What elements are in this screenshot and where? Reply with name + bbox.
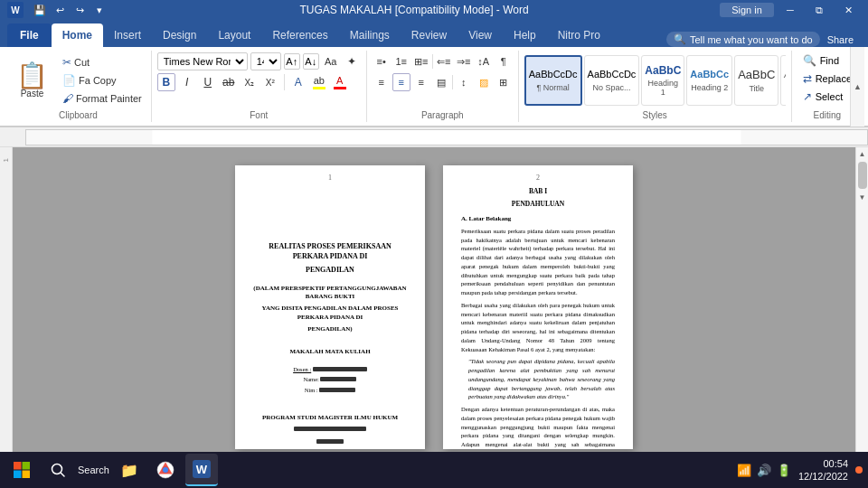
start-button[interactable] (5, 454, 38, 486)
close-button[interactable]: ✕ (835, 3, 861, 17)
replace-button[interactable]: ⇄ Replace (797, 70, 857, 87)
find-label: Find (820, 55, 839, 66)
clipboard-group-label: Clipboard (11, 108, 146, 120)
strikethrough-button[interactable]: ab (220, 73, 238, 91)
copy-button[interactable]: 📄 Fa Copy (59, 72, 146, 89)
increase-indent-button[interactable]: ⇒≡ (455, 52, 473, 70)
network-icon[interactable]: 📶 (737, 464, 751, 477)
font-family-select[interactable]: Times New Ror (157, 52, 248, 70)
style-title[interactable]: AaBbC Title (734, 55, 778, 106)
align-left-button[interactable]: ≡ (373, 73, 391, 91)
quote: "Tidak seorang pun dapat dipidana pidana… (468, 357, 615, 401)
file-explorer-button[interactable]: 📁 (113, 454, 146, 486)
subscript-button[interactable]: X₂ (241, 73, 259, 91)
style-subtitle[interactable]: AaBbCcD Subtitle (780, 55, 785, 106)
tab-design[interactable]: Design (152, 23, 207, 47)
page-1: 1 REALITAS PROSES PEMERIKSAAN PERKARA PI… (235, 165, 425, 449)
svg-rect-1 (153, 130, 741, 145)
tab-home[interactable]: Home (52, 23, 103, 47)
format-painter-icon: 🖌 (62, 92, 73, 105)
superscript-button[interactable]: X² (261, 73, 279, 91)
sort-button[interactable]: ↕A (475, 52, 493, 70)
bullets-button[interactable]: ≡• (373, 52, 391, 70)
tab-layout[interactable]: Layout (207, 23, 261, 47)
document-pages[interactable]: 1 REALITAS PROSES PEMERIKSAAN PERKARA PI… (13, 147, 855, 467)
customize-qa-button[interactable]: ▾ (90, 3, 108, 17)
page-1-subtitle3: PENGADILAN) (253, 325, 407, 334)
chrome-button[interactable] (149, 454, 182, 486)
tab-mailings[interactable]: Mailings (339, 23, 401, 47)
restore-button[interactable]: ⧉ (807, 3, 832, 17)
scroll-down-button[interactable]: ▼ (856, 191, 869, 203)
tell-me-input[interactable]: 🔍 Tell me what you want to do (666, 32, 820, 47)
font-row-2: B I U ab X₂ X² A ab (157, 73, 361, 91)
clear-formatting-button[interactable]: ✦ (343, 52, 361, 70)
notification-indicator[interactable] (855, 466, 863, 474)
tab-file[interactable]: File (7, 23, 52, 47)
format-painter-button[interactable]: 🖌 Format Painter (59, 90, 146, 107)
page-1-title2: PENGADILAN (253, 265, 407, 275)
multilevel-button[interactable]: ⊞≡ (412, 52, 430, 70)
paste-button[interactable]: 📋 Paste (11, 52, 53, 108)
select-label: Select (816, 91, 844, 102)
font-group-label: Font (157, 108, 361, 120)
find-button[interactable]: 🔍 Find (797, 52, 857, 69)
clipboard-content: 📋 Paste ✂ Cut 📄 Fa Copy 🖌 (11, 52, 146, 108)
italic-button[interactable]: I (178, 73, 196, 91)
vertical-scrollbar[interactable]: ▲ ▼ (855, 147, 868, 467)
tab-view[interactable]: View (458, 23, 503, 47)
ruler (25, 129, 868, 145)
save-button[interactable]: 💾 (31, 3, 49, 17)
clock[interactable]: 00:54 12/12/2022 (798, 457, 848, 483)
search-taskbar-label[interactable]: Search (78, 465, 109, 475)
tab-references[interactable]: References (261, 23, 338, 47)
makalah-label: MAKALAH MATA KULIAH (253, 348, 407, 357)
numbering-button[interactable]: 1≡ (392, 52, 410, 70)
style-heading2[interactable]: AaBbCc Heading 2 (686, 55, 732, 106)
undo-button[interactable]: ↩ (51, 3, 69, 17)
redo-button[interactable]: ↪ (71, 3, 89, 17)
search-taskbar-button[interactable] (42, 454, 74, 486)
align-right-button[interactable]: ≡ (412, 73, 430, 91)
style-heading1[interactable]: AaBbC Heading 1 (641, 55, 684, 106)
align-center-button[interactable]: ≡ (392, 73, 410, 91)
tab-insert[interactable]: Insert (103, 23, 152, 47)
shading-button[interactable]: ▨ (475, 73, 493, 91)
share-button[interactable]: Share (827, 34, 854, 45)
styles-content: AaBbCcDc ¶ Normal AaBbCcDc No Spac... Aa… (524, 52, 786, 108)
font-color-button[interactable]: A (331, 73, 349, 91)
font-size-select[interactable]: 14 (250, 52, 281, 70)
borders-button[interactable]: ⊞ (495, 73, 513, 91)
battery-icon[interactable]: 🔋 (777, 464, 791, 477)
scroll-thumb[interactable] (858, 162, 867, 189)
show-hide-button[interactable]: ¶ (495, 52, 513, 70)
select-button[interactable]: ↗ Select (797, 89, 857, 105)
justify-button[interactable]: ▤ (432, 73, 450, 91)
style-no-spacing[interactable]: AaBbCcDc No Spac... (584, 55, 640, 106)
tab-review[interactable]: Review (401, 23, 458, 47)
tab-help[interactable]: Help (503, 23, 547, 47)
ribbon-collapse-button[interactable]: ▲ (850, 47, 864, 127)
line-spacing-button[interactable]: ↕ (455, 73, 473, 91)
ribbon-content: 📋 Paste ✂ Cut 📄 Fa Copy 🖌 (0, 47, 868, 127)
underline-button[interactable]: U (199, 73, 217, 91)
section-a: A. Latar Belakang (461, 215, 615, 224)
nim-field: Nim : (253, 386, 407, 394)
highlight-button[interactable]: ab (310, 73, 328, 91)
text-effects-button[interactable]: A (289, 73, 307, 91)
change-case-button[interactable]: Aa (322, 52, 340, 70)
para-row-1: ≡• 1≡ ⊞≡ ⇐≡ ⇒≡ ↕A ¶ (373, 52, 513, 70)
bold-button[interactable]: B (157, 73, 175, 91)
cut-button[interactable]: ✂ Cut (59, 54, 146, 70)
minimize-button[interactable]: ─ (778, 3, 803, 17)
decrease-indent-button[interactable]: ⇐≡ (435, 52, 453, 70)
increase-font-button[interactable]: A↑ (284, 53, 300, 70)
scroll-up-button[interactable]: ▲ (856, 147, 869, 160)
tab-nitro[interactable]: Nitro Pro (547, 23, 611, 47)
sign-in-button[interactable]: Sign in (720, 3, 774, 17)
volume-icon[interactable]: 🔊 (757, 464, 771, 477)
style-normal[interactable]: AaBbCcDc ¶ Normal (524, 55, 582, 106)
svg-point-10 (163, 467, 168, 473)
word-taskbar-button[interactable]: W (185, 454, 218, 486)
decrease-font-button[interactable]: A↓ (303, 53, 319, 70)
